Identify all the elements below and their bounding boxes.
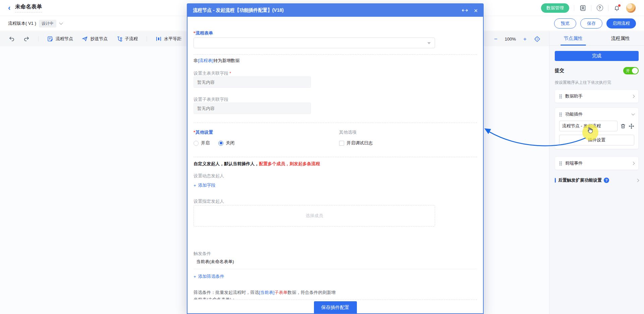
select-member-box[interactable]: 选择成员	[194, 205, 435, 227]
plus-icon: +	[194, 274, 196, 279]
main-field-label: 设置主表关联字段*	[194, 70, 477, 76]
cc-node-label: 抄送节点	[90, 36, 108, 42]
plugin-config-modal: 流程节点 - 发起流程【功能插件配置】(V18) × *流程表单 非[流程表]转…	[187, 3, 484, 314]
done-button[interactable]: 完成	[555, 51, 639, 61]
plugin-name-input[interactable]	[559, 121, 618, 131]
help-icon[interactable]: ?	[596, 4, 603, 12]
toggle-knob	[632, 68, 638, 74]
close-icon[interactable]: ×	[474, 7, 478, 14]
horizontal-space-button[interactable]: 水平等距	[156, 36, 181, 42]
flow-form-select[interactable]	[194, 38, 435, 48]
form-section-label: *流程表单	[194, 30, 213, 36]
preview-button[interactable]: 预览	[554, 18, 576, 28]
divider	[608, 5, 608, 11]
user-avatar[interactable]	[626, 3, 636, 13]
dashed-divider	[194, 54, 477, 55]
zoom-in-button[interactable]: +	[523, 36, 527, 42]
radio-open-label: 开启	[201, 140, 210, 146]
dashed-divider	[194, 300, 477, 300]
other-settings-label: *其他设置	[194, 129, 321, 135]
chevron-down-icon[interactable]	[59, 21, 63, 24]
convert-note: 非[流程表]转为新增数据	[194, 58, 477, 64]
flow-table-link[interactable]: [流程表]	[198, 58, 213, 63]
version-label: 流程版本( V1 )	[8, 20, 36, 26]
checkbox-icon	[339, 141, 344, 146]
horizontal-space-label: 水平等距	[164, 36, 181, 42]
zoom-out-button[interactable]: −	[494, 36, 497, 42]
locate-center-icon[interactable]	[534, 36, 540, 42]
other-options-label: 其他选项	[339, 129, 477, 135]
chevron-right-icon[interactable]	[632, 95, 635, 98]
save-button[interactable]: 保存	[580, 18, 602, 28]
card-front-event[interactable]: 前端事件	[555, 156, 639, 170]
plus-icon: +	[194, 183, 196, 188]
move-plugin-icon[interactable]	[629, 123, 634, 129]
add-field-link[interactable]: + 添加字段	[194, 182, 216, 188]
add-cc-node-button[interactable]: 抄送节点	[82, 36, 108, 42]
filter-note: 筛选条件：批量发起流程时，筛选[当前表]子表单数据，符合条件的则新增	[194, 290, 477, 296]
main-field-input[interactable]	[194, 76, 311, 88]
add-subflow-button[interactable]: 子流程	[116, 36, 138, 42]
chevron-right-icon[interactable]	[632, 162, 635, 165]
delete-plugin-icon[interactable]	[620, 123, 626, 129]
sub-field-input[interactable]	[194, 103, 311, 114]
notification-dot	[618, 4, 621, 7]
submit-toggle[interactable]: 开	[623, 67, 639, 74]
dashed-divider	[194, 123, 477, 123]
trigger-label: 触发条件	[194, 251, 477, 257]
radio-open[interactable]: 开启	[194, 140, 210, 146]
radio-close[interactable]: 关闭	[218, 140, 234, 146]
data-manage-button[interactable]: 数据管理	[541, 3, 569, 13]
modal-header[interactable]: 流程节点 - 发起流程【功能插件配置】(V18) ×	[187, 4, 483, 17]
debug-log-checkbox[interactable]: 开启调试日志	[339, 140, 406, 146]
sub-field-label: 设置子表关联字段	[194, 97, 477, 103]
modal-title: 流程节点 - 发起流程【功能插件配置】(V18)	[193, 7, 456, 13]
drag-handle-icon[interactable]	[559, 112, 562, 117]
undo-button[interactable]	[9, 36, 15, 42]
chevron-right-icon[interactable]	[636, 179, 639, 182]
subflow-label: 子流程	[125, 36, 138, 42]
status-badge: 设计中	[39, 20, 56, 27]
drag-handle-icon[interactable]	[559, 161, 562, 166]
horizontal-space-icon	[156, 36, 162, 42]
debug-log-label: 开启调试日志	[346, 140, 373, 146]
chevron-down-icon[interactable]	[632, 112, 635, 116]
add-flow-node-button[interactable]: 流程节点	[47, 36, 73, 42]
member-placeholder: 选择成员	[306, 213, 323, 219]
radio-circle-icon	[194, 141, 199, 146]
save-plugin-config-button[interactable]: 保存插件配置	[314, 301, 357, 313]
divider	[591, 5, 591, 11]
panel-tabs: 节点属性 流程属性	[549, 32, 644, 46]
tab-flow-properties[interactable]: 流程属性	[597, 32, 644, 45]
post-trigger-label: 后置触发扩展功能设置	[558, 177, 602, 183]
trigger-value: 当前表(未命名表单)	[194, 259, 477, 269]
clipped-text: 当前表(未命名表单)：	[194, 297, 477, 299]
current-table-link[interactable]: [当前表]	[259, 290, 274, 295]
enable-flow-button[interactable]: 启用流程	[606, 18, 636, 28]
paper-plane-icon	[82, 36, 88, 42]
function-plugin-label: 功能插件	[565, 111, 629, 117]
drag-handle-icon[interactable]	[559, 94, 562, 99]
dashed-divider	[194, 157, 477, 157]
help-circle-icon[interactable]: ?	[604, 178, 609, 183]
tab-node-properties[interactable]: 节点属性	[549, 32, 597, 45]
function-plugin-header[interactable]: 功能插件	[559, 111, 634, 117]
notification-bell-icon[interactable]	[613, 4, 621, 12]
section-bar	[555, 178, 556, 183]
plugin-settings-button[interactable]: 插件设置	[559, 135, 634, 145]
card-function-plugin: 功能插件	[555, 108, 639, 149]
subflow-icon	[116, 36, 122, 42]
select-caret-icon	[427, 42, 431, 44]
contacts-icon[interactable]	[579, 4, 586, 12]
radio-selected-icon	[218, 141, 223, 146]
expand-icon[interactable]	[462, 8, 468, 12]
add-filter-link[interactable]: + 添加筛选条件	[194, 273, 224, 279]
card-data-helper[interactable]: 数据助手	[555, 89, 639, 103]
submit-label: 提交	[555, 68, 564, 74]
post-trigger-settings[interactable]: 后置触发扩展功能设置 ?	[555, 177, 639, 183]
back-icon[interactable]: ‹	[8, 4, 10, 12]
redo-button[interactable]	[23, 36, 30, 42]
form-title[interactable]: 未命名表单	[15, 3, 42, 12]
divider	[38, 36, 39, 42]
toggle-on-label: 开	[626, 68, 630, 74]
